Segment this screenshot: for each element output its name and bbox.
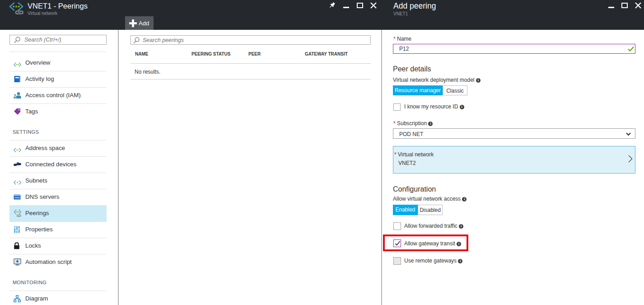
svg-text:www: www <box>14 196 19 199</box>
